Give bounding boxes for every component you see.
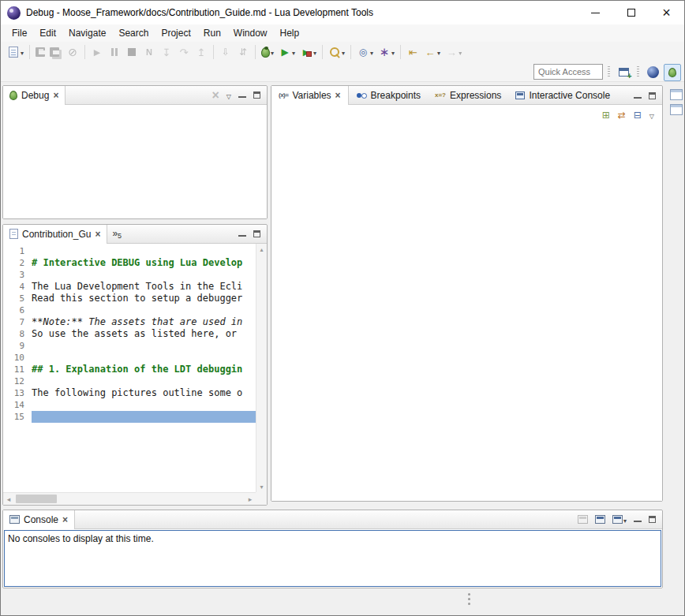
view-menu-icon[interactable] [226,90,231,101]
tab-debug[interactable]: Debug [3,86,66,105]
scroll-up-icon[interactable] [256,244,267,255]
editor-body[interactable]: 12# Interactive DEBUG using Lua Develop3… [3,244,267,505]
dropdown-arrow-icon[interactable] [270,47,274,58]
run-external-tools-button[interactable] [298,43,319,61]
code-line[interactable]: 5Read this section to setup a debugger [3,293,256,304]
tab-breakpoints[interactable]: Breakpoints [349,86,428,105]
display-selected-console-icon[interactable] [578,515,588,524]
dropdown-arrow-icon[interactable] [20,47,24,58]
tab-contribution-guide[interactable]: Contribution_Gu [3,225,107,244]
vertical-scrollbar[interactable] [256,244,267,492]
dropdown-arrow-icon[interactable] [341,47,345,58]
menu-run[interactable]: Run [197,25,227,41]
menu-help[interactable]: Help [274,25,306,41]
close-tab-icon[interactable] [53,90,58,101]
menu-edit[interactable]: Edit [33,25,62,41]
code-line[interactable]: 14 [3,399,256,411]
drop-to-frame-button[interactable] [217,43,234,61]
dropdown-arrow-icon[interactable] [391,47,395,58]
minimize-button[interactable] [578,1,613,24]
code-line[interactable]: 3 [3,269,256,281]
code-line[interactable]: 4The Lua Development Tools in the Ecli [3,281,256,293]
step-over-button[interactable] [175,43,193,61]
minimize-view-icon[interactable] [634,92,642,99]
scrollbar-thumb[interactable] [16,495,57,503]
save-button[interactable] [33,43,47,61]
dropdown-arrow-icon[interactable] [313,47,316,58]
code-line[interactable]: 13The following pictures outline some o [3,387,256,399]
code-line[interactable]: 2# Interactive DEBUG using Lua Develop [3,257,256,269]
tab-console[interactable]: Console [3,510,75,529]
scroll-right-icon[interactable] [245,493,256,505]
minimize-view-icon[interactable] [238,91,246,99]
resume-button[interactable] [88,43,106,61]
last-edit-location-button[interactable] [404,43,421,61]
view-menu-icon[interactable] [649,110,654,121]
open-console-icon[interactable] [595,515,605,524]
sash-grip-handle[interactable] [468,593,470,606]
terminate-button[interactable] [123,43,140,61]
editor-overflow-chevron[interactable]: 5 [107,226,126,241]
new-button[interactable] [5,43,26,61]
code-line[interactable]: 8So use the assets as listed here, or [3,328,256,340]
restore-view-icon[interactable] [670,89,683,100]
open-perspective-button[interactable] [615,64,632,81]
code-line[interactable]: 15 [3,411,256,423]
remove-terminated-launches-button[interactable] [212,89,219,102]
step-return-button[interactable] [193,43,210,61]
close-tab-icon[interactable] [335,90,341,101]
maximize-view-icon[interactable] [649,92,656,99]
close-button[interactable] [649,1,684,24]
scroll-left-icon[interactable] [3,493,14,505]
step-into-button[interactable] [158,43,175,61]
code-line[interactable]: 1 [3,245,256,257]
menu-project[interactable]: Project [155,25,197,41]
disconnect-button[interactable] [140,43,158,61]
menu-window[interactable]: Window [227,25,274,41]
collapse-all-icon[interactable] [634,110,642,121]
debug-button[interactable] [259,43,276,61]
dropdown-arrow-icon[interactable] [458,47,462,58]
minimize-view-icon[interactable] [634,516,642,523]
open-console-menu[interactable] [612,514,627,525]
show-logical-structures-icon[interactable] [618,110,626,121]
menu-file[interactable]: File [6,25,33,41]
menu-search[interactable]: Search [112,25,155,41]
scroll-down-icon[interactable] [256,481,267,492]
code-line[interactable]: 9 [3,340,256,352]
run-button[interactable] [276,43,298,61]
close-tab-icon[interactable] [95,229,100,240]
maximize-view-icon[interactable] [253,230,260,237]
horizontal-scrollbar[interactable] [3,492,256,505]
dropdown-arrow-icon[interactable] [291,47,295,58]
menu-navigate[interactable]: Navigate [62,25,112,41]
use-step-filters-button[interactable] [234,43,252,61]
toolbar-grip[interactable] [608,66,610,78]
debug-perspective-button[interactable] [664,64,681,81]
maximize-view-icon[interactable] [649,516,656,523]
tab-variables[interactable]: Variables [271,86,349,105]
tab-expressions[interactable]: Expressions [428,86,508,105]
minimized-view-icon[interactable] [670,104,683,115]
minimize-view-icon[interactable] [238,230,246,237]
code-line[interactable]: 12 [3,375,256,387]
code-line[interactable]: 6 [3,304,256,316]
dropdown-arrow-icon[interactable] [369,47,373,58]
close-tab-icon[interactable] [62,514,68,525]
new-element-button[interactable] [376,43,397,61]
code-line[interactable]: 10 [3,352,256,364]
code-line[interactable]: 7**Note:** The assets that are used in [3,316,256,328]
maximize-button[interactable] [613,1,649,24]
ldt-perspective-button[interactable] [644,64,661,81]
tab-interactive-console[interactable]: Interactive Console [508,86,617,105]
skip-all-breakpoints-button[interactable] [64,43,81,61]
search-button[interactable] [326,43,347,61]
save-all-button[interactable] [47,43,64,61]
suspend-button[interactable] [106,43,123,61]
forward-button[interactable] [443,43,464,61]
quick-access-box[interactable]: Quick Access [533,64,603,80]
console-message-area[interactable]: No consoles to display at this time. [4,530,661,587]
code-line[interactable]: 11## 1. Explanation of the LDT debuggin [3,364,256,375]
show-type-names-icon[interactable] [602,110,610,121]
open-element-button[interactable] [354,43,376,61]
